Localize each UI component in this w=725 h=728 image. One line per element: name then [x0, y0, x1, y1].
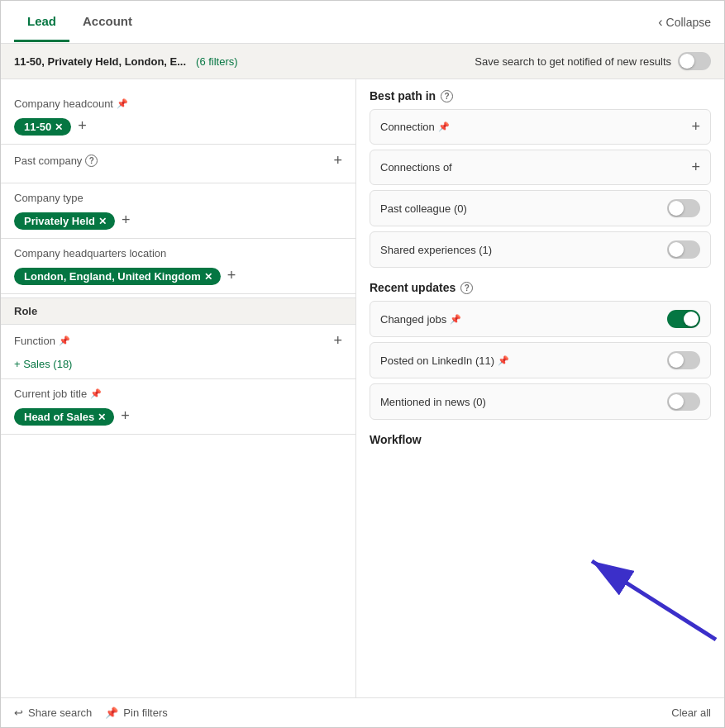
tab-account[interactable]: Account	[69, 2, 145, 42]
workflow-title: Workflow	[370, 433, 711, 446]
remove-tag-london[interactable]: ✕	[204, 271, 212, 283]
collapse-label: Collapse	[666, 16, 711, 29]
save-search-area: Save search to get notified of new resul…	[475, 52, 711, 70]
company-hq-label: Company headquarters location	[14, 247, 166, 259]
share-search-icon: ↩	[14, 707, 23, 719]
tab-lead[interactable]: Lead	[14, 2, 69, 42]
company-hq-header: Company headquarters location	[14, 247, 342, 259]
past-colleague-toggle-track	[667, 199, 700, 217]
pin-icon: 📌	[117, 98, 128, 109]
add-company-type-btn[interactable]: +	[122, 212, 131, 228]
shared-experiences-toggle-thumb	[669, 242, 684, 257]
current-job-title-label: Current job title 📌	[14, 388, 102, 400]
share-search-label: Share search	[28, 707, 92, 719]
main-content: Company headcount 📌 11-50 ✕ + Past comp	[1, 79, 724, 697]
tabs-bar: Lead Account ‹ Collapse	[1, 1, 724, 44]
current-job-title-pin-icon: 📌	[90, 388, 102, 399]
pin-filters-btn[interactable]: 📌 Pin filters	[105, 707, 167, 719]
pin-filters-icon: 📌	[105, 707, 118, 719]
function-label: Function 📌	[14, 335, 70, 347]
add-connections-of-btn[interactable]: +	[691, 159, 700, 176]
changed-jobs-toggle-track	[667, 310, 700, 328]
sales-link[interactable]: + Sales (18)	[14, 358, 72, 370]
add-job-title-btn[interactable]: +	[121, 407, 130, 424]
arrow-annotation	[542, 516, 724, 648]
pin-filters-label: Pin filters	[123, 707, 167, 719]
remove-tag-head-of-sales[interactable]: ✕	[98, 412, 106, 423]
tag-head-of-sales: Head of Sales ✕	[14, 408, 114, 426]
changed-jobs-pin-icon: 📌	[450, 314, 461, 325]
best-path-in-section: Best path in ? Connection 📌 +	[370, 89, 711, 268]
bottom-bar: ↩ Share search 📌 Pin filters Clear all	[1, 697, 724, 727]
shared-experiences-toggle-track	[667, 240, 700, 259]
past-colleague-row: Past colleague (0)	[370, 190, 711, 226]
connection-row: Connection 📌 +	[370, 109, 711, 145]
past-company-help-icon[interactable]: ?	[85, 155, 98, 167]
right-panel: Best path in ? Connection 📌 +	[356, 79, 724, 469]
company-hq-tags: London, England, United Kingdom ✕ +	[14, 266, 342, 285]
share-search-btn[interactable]: ↩ Share search	[14, 707, 92, 719]
tag-privately-held: Privately Held ✕	[14, 212, 115, 230]
posted-on-linkedin-pin-icon: 📌	[498, 355, 509, 366]
changed-jobs-label: Changed jobs 📌	[380, 313, 461, 326]
recent-updates-help-icon[interactable]: ?	[460, 282, 473, 294]
posted-on-linkedin-row: Posted on LinkedIn (11) 📌	[370, 342, 711, 378]
add-past-company-btn[interactable]: +	[333, 153, 342, 168]
company-headcount-tags: 11-50 ✕ +	[14, 117, 342, 136]
svg-line-1	[592, 561, 716, 640]
mentioned-in-news-toggle[interactable]	[667, 393, 700, 411]
mentioned-in-news-label: Mentioned in news (0)	[380, 396, 486, 408]
add-connection-btn[interactable]: +	[691, 118, 700, 136]
mentioned-in-news-toggle-thumb	[669, 394, 684, 409]
past-colleague-toggle[interactable]	[667, 199, 700, 217]
clear-all-btn[interactable]: Clear all	[671, 707, 711, 719]
posted-on-linkedin-toggle[interactable]	[667, 351, 700, 369]
company-type-tags: Privately Held ✕ +	[14, 211, 342, 230]
remove-tag-privately-held[interactable]: ✕	[98, 216, 107, 227]
posted-on-linkedin-toggle-thumb	[669, 353, 684, 368]
company-type-header: Company type	[14, 192, 342, 204]
right-panel-wrapper: Best path in ? Connection 📌 +	[356, 79, 724, 697]
company-headcount-header: Company headcount 📌	[14, 98, 342, 110]
connections-of-row: Connections of +	[370, 150, 711, 185]
company-hq-section: Company headquarters location London, En…	[1, 239, 355, 294]
changed-jobs-row: Changed jobs 📌	[370, 301, 711, 337]
changed-jobs-toggle[interactable]	[667, 310, 700, 328]
add-function-btn[interactable]: +	[333, 333, 342, 348]
mentioned-in-news-row: Mentioned in news (0)	[370, 383, 711, 420]
connection-pin-icon: 📌	[438, 121, 450, 132]
add-headcount-btn[interactable]: +	[78, 117, 87, 134]
add-hq-btn[interactable]: +	[227, 267, 236, 283]
tag-1150: 11-50 ✕	[14, 118, 71, 136]
filter-summary-text: 11-50, Privately Held, London, E...	[14, 55, 186, 68]
mentioned-in-news-toggle-track	[667, 393, 700, 411]
posted-on-linkedin-label: Posted on LinkedIn (11) 📌	[380, 354, 509, 367]
company-type-section: Company type Privately Held ✕ +	[1, 183, 355, 239]
collapse-chevron-icon: ‹	[658, 15, 662, 30]
company-headcount-label: Company headcount 📌	[14, 98, 128, 110]
filter-count: (6 filters)	[196, 55, 238, 68]
left-panel: Company headcount 📌 11-50 ✕ + Past comp	[1, 79, 356, 697]
current-job-title-section: Current job title 📌 Head of Sales ✕ +	[1, 379, 355, 435]
function-sales-link: + Sales (18)	[14, 354, 342, 370]
function-section: Function 📌 + + Sales (18)	[1, 325, 355, 379]
remove-tag-1150[interactable]: ✕	[55, 121, 63, 133]
changed-jobs-toggle-thumb	[684, 312, 699, 326]
recent-updates-section: Recent updates ? Changed jobs 📌	[370, 281, 711, 420]
connections-of-label: Connections of	[380, 161, 452, 174]
posted-on-linkedin-toggle-track	[667, 351, 700, 369]
company-type-label: Company type	[14, 192, 83, 204]
past-company-header: Past company ? +	[14, 153, 342, 168]
recent-updates-title: Recent updates ?	[370, 281, 711, 294]
save-search-toggle-track	[678, 52, 711, 70]
save-search-toggle[interactable]	[678, 52, 711, 70]
function-header: Function 📌 +	[14, 333, 342, 348]
filter-summary-bar: 11-50, Privately Held, London, E... (6 f…	[1, 44, 724, 79]
collapse-button[interactable]: ‹ Collapse	[658, 15, 711, 30]
shared-experiences-toggle[interactable]	[667, 240, 700, 259]
tag-london: London, England, United Kingdom ✕	[14, 268, 221, 285]
past-company-section: Past company ? +	[1, 145, 355, 183]
save-search-label: Save search to get notified of new resul…	[475, 55, 671, 68]
connection-label: Connection 📌	[380, 121, 450, 133]
best-path-in-help-icon[interactable]: ?	[441, 90, 453, 102]
